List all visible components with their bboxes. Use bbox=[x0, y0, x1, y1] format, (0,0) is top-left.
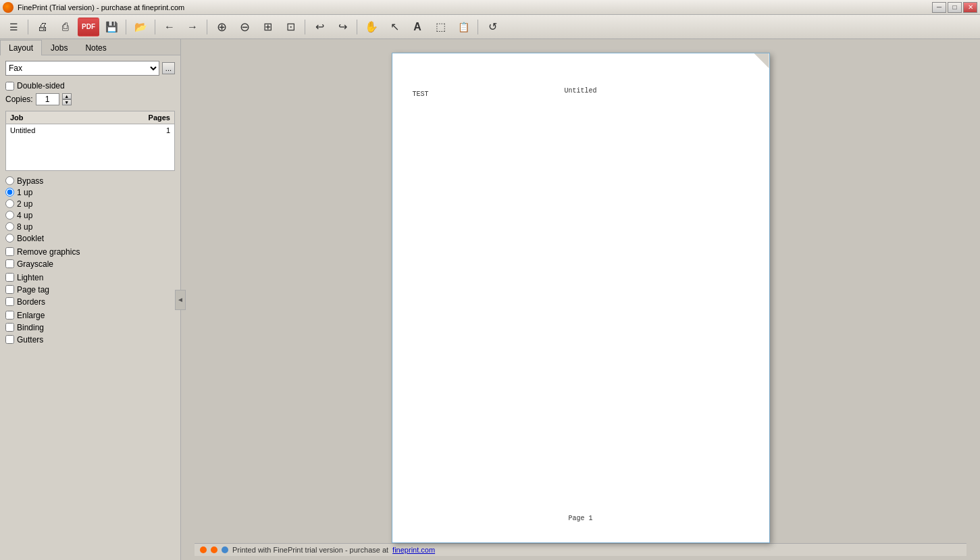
separator-4 bbox=[207, 20, 207, 34]
4up-row: 4 up bbox=[5, 211, 175, 220]
lighten-checkbox[interactable] bbox=[5, 273, 14, 282]
forward-button[interactable]: → bbox=[182, 18, 203, 36]
grayscale-row: Grayscale bbox=[5, 259, 175, 269]
preview-area: TEST Untitled Page 1 Printed with FinePr… bbox=[181, 39, 980, 560]
copies-up-button[interactable]: ▲ bbox=[62, 93, 72, 99]
binding-checkbox[interactable] bbox=[5, 323, 14, 332]
copies-spinner: ▲ ▼ bbox=[62, 93, 72, 105]
toolbar: ☰ 🖨 ⎙ PDF 💾 📂 ← → ⊕ ⊖ ⊞ ⊡ ↩ ↪ ✋ ↖ A ⬚ 📋 … bbox=[0, 15, 980, 39]
copies-label: Copies: bbox=[5, 95, 33, 104]
enlarge-row: Enlarge bbox=[5, 311, 175, 320]
maximize-button[interactable]: □ bbox=[948, 2, 962, 13]
close-button[interactable]: ✕ bbox=[963, 2, 977, 13]
tab-layout[interactable]: Layout bbox=[0, 40, 42, 55]
separator-1 bbox=[28, 20, 28, 34]
page-tag-checkbox[interactable] bbox=[5, 285, 14, 294]
grayscale-label[interactable]: Grayscale bbox=[17, 259, 53, 269]
copies-input[interactable] bbox=[36, 93, 59, 105]
job-pages-cell: 1 bbox=[95, 124, 175, 137]
double-sided-row: Double-sided bbox=[5, 81, 175, 91]
borders-checkbox[interactable] bbox=[5, 297, 14, 306]
page-tag-row: Page tag bbox=[5, 285, 175, 295]
booklet-row: Booklet bbox=[5, 234, 175, 243]
borders-label[interactable]: Borders bbox=[17, 297, 45, 307]
status-dot-3 bbox=[222, 546, 228, 553]
pan-button[interactable]: ✋ bbox=[361, 18, 382, 36]
page-text-test: TEST bbox=[413, 91, 429, 98]
enlarge-checkbox[interactable] bbox=[5, 311, 14, 320]
8up-radio[interactable] bbox=[5, 222, 14, 231]
jobs-table: Job Pages Untitled 1 bbox=[5, 111, 175, 171]
remove-graphics-checkbox[interactable] bbox=[5, 247, 14, 256]
4up-radio[interactable] bbox=[5, 211, 14, 220]
text-button[interactable]: A bbox=[407, 18, 428, 36]
2up-label[interactable]: 2 up bbox=[17, 199, 32, 209]
left-panel: Layout Jobs Notes Fax Normal 2 Up 4 Up B… bbox=[0, 39, 181, 560]
booklet-radio[interactable] bbox=[5, 234, 14, 243]
1up-radio[interactable] bbox=[5, 188, 14, 197]
double-sided-checkbox[interactable] bbox=[5, 82, 14, 91]
zoom-out-button[interactable]: ⊖ bbox=[234, 18, 255, 36]
page-tag-label[interactable]: Page tag bbox=[17, 285, 49, 295]
copies-down-button[interactable]: ▼ bbox=[62, 99, 72, 105]
back-button[interactable]: ← bbox=[159, 18, 180, 36]
lighten-label[interactable]: Lighten bbox=[17, 273, 43, 282]
lighten-row: Lighten bbox=[5, 273, 175, 282]
bypass-label[interactable]: Bypass bbox=[17, 176, 43, 186]
bypass-radio[interactable] bbox=[5, 176, 14, 185]
options-checkboxes-3: Enlarge Binding Gutters bbox=[5, 311, 175, 345]
4up-label[interactable]: 4 up bbox=[17, 211, 32, 220]
page-preview: TEST Untitled Page 1 bbox=[392, 53, 770, 543]
save-button[interactable]: 💾 bbox=[101, 18, 122, 36]
pages-column-header: Pages bbox=[95, 111, 175, 124]
fineprint-icon bbox=[3, 2, 14, 13]
enlarge-label[interactable]: Enlarge bbox=[17, 311, 45, 320]
select-button[interactable]: ↖ bbox=[384, 18, 405, 36]
remove-graphics-label[interactable]: Remove graphics bbox=[17, 247, 80, 257]
open-button[interactable]: 📂 bbox=[130, 18, 151, 36]
print-button[interactable]: 🖨 bbox=[32, 18, 53, 36]
1up-label[interactable]: 1 up bbox=[17, 188, 32, 197]
grid-button[interactable]: ⊞ bbox=[257, 18, 278, 36]
separator-6 bbox=[357, 20, 357, 34]
borders-row: Borders bbox=[5, 297, 175, 307]
collapse-panel-button[interactable]: ◄ bbox=[175, 290, 186, 310]
booklet-label[interactable]: Booklet bbox=[17, 234, 44, 243]
2up-row: 2 up bbox=[5, 199, 175, 209]
tab-notes[interactable]: Notes bbox=[76, 40, 115, 55]
menu-button[interactable]: ☰ bbox=[3, 18, 24, 36]
titlebar-buttons: ─ □ ✕ bbox=[932, 2, 977, 13]
preset-row: Fax Normal 2 Up 4 Up Booklet ... bbox=[5, 61, 175, 76]
rotate-button[interactable]: ↺ bbox=[482, 18, 503, 36]
options-checkboxes-2: Lighten Page tag Borders bbox=[5, 273, 175, 307]
gutters-checkbox[interactable] bbox=[5, 335, 14, 344]
zoom-in-button[interactable]: ⊕ bbox=[211, 18, 232, 36]
fit-button[interactable]: ⊡ bbox=[280, 18, 301, 36]
titlebar-title: FinePrint (Trial version) - purchase at … bbox=[18, 3, 184, 11]
preset-dropdown[interactable]: Fax Normal 2 Up 4 Up Booklet bbox=[5, 61, 159, 76]
job-name-cell: Untitled bbox=[6, 124, 95, 137]
layout-options: Bypass 1 up 2 up 4 up 8 up bbox=[5, 176, 175, 243]
8up-label[interactable]: 8 up bbox=[17, 222, 32, 232]
print2-button[interactable]: ⎙ bbox=[55, 18, 76, 36]
notes-toolbar-button[interactable]: 📋 bbox=[453, 18, 474, 36]
binding-label[interactable]: Binding bbox=[17, 323, 44, 332]
jobs-list: Untitled 1 bbox=[6, 124, 175, 171]
gutters-label[interactable]: Gutters bbox=[17, 335, 43, 345]
table-row: Untitled 1 bbox=[6, 124, 175, 137]
preset-more-button[interactable]: ... bbox=[162, 62, 175, 74]
undo-button[interactable]: ↩ bbox=[309, 18, 330, 36]
pdf-button[interactable]: PDF bbox=[78, 18, 99, 36]
2up-radio[interactable] bbox=[5, 199, 14, 208]
redo-button[interactable]: ↪ bbox=[332, 18, 353, 36]
minimize-button[interactable]: ─ bbox=[932, 2, 946, 13]
double-sided-label[interactable]: Double-sided bbox=[17, 81, 65, 91]
crop-button[interactable]: ⬚ bbox=[430, 18, 451, 36]
page-text-untitled: Untitled bbox=[564, 87, 596, 95]
status-dot-1 bbox=[200, 546, 207, 553]
grayscale-checkbox[interactable] bbox=[5, 259, 14, 268]
status-link[interactable]: fineprint.com bbox=[392, 546, 435, 554]
gutters-row: Gutters bbox=[5, 335, 175, 345]
tab-jobs[interactable]: Jobs bbox=[42, 40, 76, 55]
1up-row: 1 up bbox=[5, 188, 175, 197]
